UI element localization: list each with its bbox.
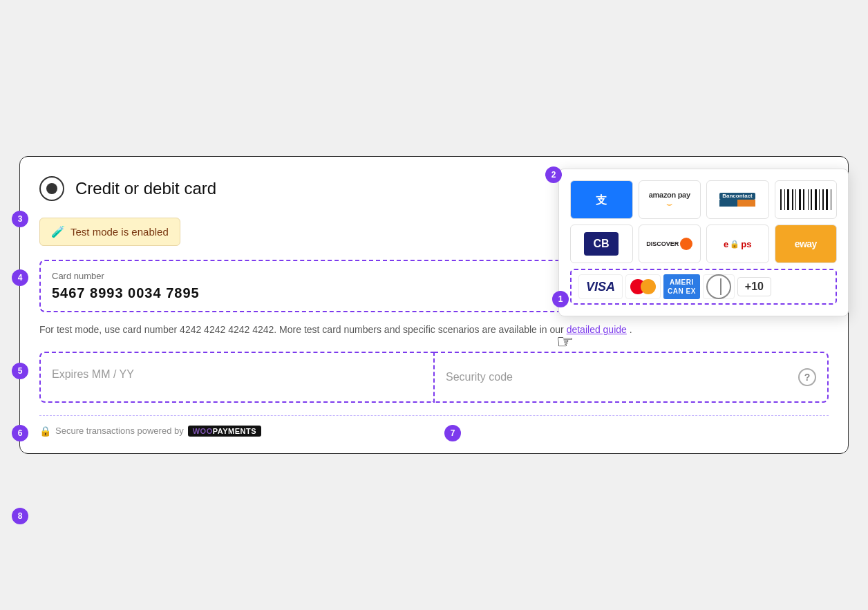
card-title: Credit or debit card	[75, 179, 216, 198]
mastercard-logo	[625, 274, 661, 299]
test-hint-text: For test mode, use card number 4242 4242…	[39, 324, 564, 335]
svg-rect-4	[719, 200, 737, 207]
outer-wrapper: 2 支 amazon pay ⌣	[19, 156, 849, 453]
expiry-placeholder: Expires MM / YY	[52, 368, 134, 380]
eway-icon: eway	[775, 225, 838, 263]
diners-logo	[703, 274, 735, 299]
visa-logo: VISA	[578, 274, 623, 299]
discover-icon: DISCOVER	[639, 225, 701, 263]
annotation-badge-7: 7	[444, 425, 461, 441]
radio-button[interactable]	[39, 176, 64, 201]
annotation-badge-8: 8	[12, 508, 28, 524]
alipay-icon: 支	[570, 180, 633, 219]
card-logos-row: VISA AMERICAN EX +10	[570, 269, 837, 305]
security-help-icon[interactable]: ?	[798, 368, 816, 386]
payment-icons-grid-top: 支 amazon pay ⌣ Bancontact	[570, 180, 837, 219]
cursor-icon: ☞	[556, 330, 574, 353]
svg-text:支: 支	[595, 194, 607, 206]
security-field[interactable]: Security code ?	[433, 352, 829, 403]
card-number-value: 5467 8993 0034 7895	[52, 285, 200, 301]
amazon-pay-icon: amazon pay ⌣	[639, 180, 701, 219]
amex-logo: AMERICAN EX	[663, 274, 700, 299]
annotation-badge-3: 3	[12, 211, 28, 227]
bottom-fields: Expires MM / YY Security code ?	[39, 352, 829, 403]
svg-rect-5	[737, 200, 755, 207]
test-mode-text: Test mode is enabled	[70, 226, 169, 238]
security-placeholder: Security code	[446, 371, 513, 383]
cb-icon: CB	[570, 225, 633, 263]
radio-inner	[46, 183, 57, 194]
payment-icons-grid-bottom: CB DISCOVER e 🔒 ps eway	[570, 225, 837, 263]
flask-icon: 🧪	[51, 225, 65, 238]
annotation-badge-5: 5	[12, 363, 28, 379]
bancontact-icon: Bancontact	[706, 180, 769, 219]
test-hint-end: .	[630, 324, 632, 335]
eps-icon: e 🔒 ps	[706, 225, 769, 263]
svg-text:CB: CB	[594, 238, 610, 249]
barcode-icon	[775, 180, 838, 219]
svg-text:Bancontact: Bancontact	[722, 193, 753, 199]
secure-text: Secure transactions powered by	[55, 426, 184, 436]
detailed-guide-link[interactable]: detailed guide	[567, 324, 627, 335]
expiry-field[interactable]: Expires MM / YY	[39, 352, 433, 403]
test-mode-banner: 🧪 Test mode is enabled	[39, 218, 180, 246]
footer-secure: 🔒 Secure transactions powered by WOOPAYM…	[39, 415, 829, 437]
card-number-label: Card number	[52, 271, 200, 281]
payment-methods-popup: 支 amazon pay ⌣ Bancontact	[558, 169, 849, 316]
annotation-badge-4: 4	[12, 269, 28, 286]
test-hint: For test mode, use card number 4242 4242…	[39, 322, 829, 337]
lock-icon: 🔒	[39, 426, 51, 437]
card-number-content: Card number 5467 8993 0034 7895	[52, 271, 200, 301]
annotation-badge-6: 6	[12, 425, 28, 441]
more-count[interactable]: +10	[737, 277, 771, 296]
woo-payments-badge: WOOPAYMENTS	[188, 426, 261, 437]
